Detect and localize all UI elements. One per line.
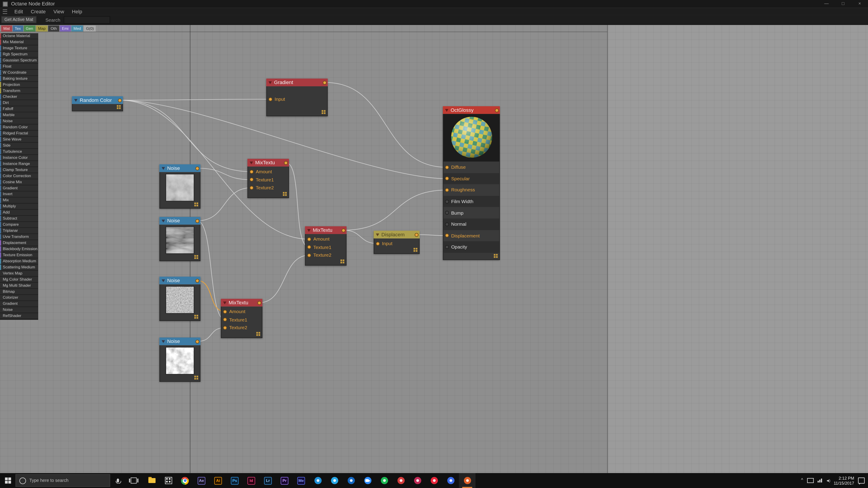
palette-item-bitmap[interactable]: Bitmap xyxy=(0,289,38,294)
node-header-noise1[interactable]: Noise xyxy=(159,164,200,172)
input-pin-mix3-amount[interactable] xyxy=(223,310,227,314)
palette-item-triplanar[interactable]: Triplanar xyxy=(0,228,38,233)
palette-item-instance-range[interactable]: Instance Range xyxy=(0,161,38,166)
node-resize-handle[interactable] xyxy=(256,332,260,336)
collapse-triangle-icon[interactable] xyxy=(74,99,78,101)
close-button[interactable]: × xyxy=(851,0,868,8)
palette-item-image-texture[interactable]: Image Texture xyxy=(0,45,38,51)
node-header-octglossy[interactable]: OctGlossy xyxy=(443,106,500,114)
palette-item-octane-material[interactable]: Octane Material xyxy=(0,33,38,39)
node-displacement[interactable]: DisplacemInput xyxy=(374,231,420,254)
collapse-triangle-icon[interactable] xyxy=(223,301,226,304)
collapse-triangle-icon[interactable] xyxy=(162,279,165,282)
chrome-icon[interactable] xyxy=(177,473,193,488)
collapse-triangle-icon[interactable] xyxy=(269,81,272,84)
palette-item-displacement[interactable]: Displacement xyxy=(0,240,38,246)
calculator-icon[interactable] xyxy=(160,473,177,488)
palette-item-turbulence[interactable]: Turbulence xyxy=(0,149,38,154)
palette-item-transform[interactable]: Transform xyxy=(0,88,38,93)
node-resize-handle[interactable] xyxy=(194,376,198,380)
node-header-noise3[interactable]: Noise xyxy=(159,276,200,284)
file-explorer-icon[interactable] xyxy=(143,473,160,488)
network-icon[interactable] xyxy=(817,479,822,482)
node-octglossy[interactable]: OctGlossyDiffuseSpecularRoughnessFilm Wi… xyxy=(443,106,500,260)
palette-item-projection[interactable]: Projection xyxy=(0,82,38,87)
input-pin-gradient-input[interactable] xyxy=(269,97,272,101)
input-pin-mix3-texture2[interactable] xyxy=(223,326,227,330)
input-pin-mix1-texture2[interactable] xyxy=(250,186,253,190)
premiere-icon[interactable]: Pr xyxy=(276,473,293,488)
canvas-right-panel[interactable] xyxy=(608,24,868,473)
palette-item-clamp-texture[interactable]: Clamp Texture xyxy=(0,167,38,173)
output-pin-noise3-out[interactable] xyxy=(195,279,199,283)
volume-icon[interactable]: ◄) xyxy=(826,479,830,482)
input-pin-mix2-amount[interactable] xyxy=(307,237,311,241)
menu-help[interactable]: Help xyxy=(68,8,86,14)
input-pin-mix2-texture1[interactable] xyxy=(307,246,311,249)
input-pin-octglossy-displacement[interactable] xyxy=(445,234,449,237)
input-pin-octglossy-opacity[interactable] xyxy=(445,245,449,249)
palette-item-random-color[interactable]: Random Color xyxy=(0,125,38,130)
palette-item-vertex-map[interactable]: Vertex Map xyxy=(0,271,38,276)
node-resize-handle[interactable] xyxy=(117,105,121,109)
input-pin-octglossy-film-width[interactable] xyxy=(445,199,449,203)
input-pin-mix2-texture2[interactable] xyxy=(307,253,311,257)
illustrator-icon[interactable]: Ai xyxy=(210,473,226,488)
node-resize-handle[interactable] xyxy=(194,255,198,259)
palette-item-gradient[interactable]: Gradient xyxy=(0,301,38,306)
palette-item-sine-wave[interactable]: Sine Wave xyxy=(0,137,38,142)
collapse-triangle-icon[interactable] xyxy=(376,233,379,236)
node-noise2[interactable]: Noise xyxy=(159,217,200,261)
output-pin-displacement-out[interactable] xyxy=(414,233,418,236)
node-header-noise2[interactable]: Noise xyxy=(159,217,200,225)
photoshop-icon[interactable]: Ps xyxy=(226,473,243,488)
filter-tab-emi[interactable]: Emi xyxy=(60,26,71,32)
node-resize-handle[interactable] xyxy=(322,110,326,114)
palette-item-side[interactable]: Side xyxy=(0,143,38,148)
input-pin-mix1-texture1[interactable] xyxy=(250,178,253,182)
collapse-triangle-icon[interactable] xyxy=(162,340,165,343)
lightroom-icon[interactable]: Lr xyxy=(260,473,276,488)
filter-tab-gen[interactable]: Gen xyxy=(24,26,35,32)
node-resize-handle[interactable] xyxy=(413,248,417,252)
palette-item-noise[interactable]: Noise xyxy=(0,119,38,124)
menu-icon[interactable] xyxy=(3,9,7,13)
filter-tab-oth[interactable]: Oth xyxy=(49,26,59,32)
node-header-mix3[interactable]: MixTextu xyxy=(221,299,262,306)
collapse-triangle-icon[interactable] xyxy=(162,167,165,169)
palette-item-gradient[interactable]: Gradient xyxy=(0,185,38,191)
node-mix3[interactable]: MixTextuAmountTexture1Texture2 xyxy=(221,299,262,338)
node-random-color[interactable]: Random Color xyxy=(72,96,123,111)
input-pin-octglossy-roughness[interactable] xyxy=(445,188,449,192)
collapse-triangle-icon[interactable] xyxy=(445,109,448,111)
palette-item-cosine-mix[interactable]: Cosine Mix xyxy=(0,179,38,185)
palette-item-gaussian-spectrum[interactable]: Gaussian Spectrum xyxy=(0,58,38,63)
output-pin-noise1-out[interactable] xyxy=(195,166,199,170)
palette-item-mix-material[interactable]: Mix Material xyxy=(0,39,38,45)
palette-item-baking-texture[interactable]: Baking texture xyxy=(0,76,38,81)
filter-tab-med[interactable]: Med xyxy=(71,26,83,32)
output-pin-random-color-out[interactable] xyxy=(118,98,122,102)
input-pin-octglossy-normal[interactable] xyxy=(445,222,449,226)
palette-item-checker[interactable]: Checker xyxy=(0,94,38,99)
taskbar-clock[interactable]: 2:12 PM 11/15/2017 xyxy=(834,476,854,486)
node-resize-handle[interactable] xyxy=(194,315,198,319)
palette-item-invert[interactable]: Invert xyxy=(0,191,38,197)
edge-icon[interactable] xyxy=(309,473,326,488)
opera-icon[interactable] xyxy=(426,473,442,488)
palette-item-mix[interactable]: Mix xyxy=(0,197,38,203)
palette-item-instance-color[interactable]: Instance Color xyxy=(0,155,38,160)
minimize-button[interactable]: — xyxy=(818,0,835,8)
node-gradient[interactable]: GradientInput xyxy=(266,78,328,116)
taskbar-search[interactable]: Type here to search xyxy=(16,474,110,487)
node-header-random-color[interactable]: Random Color xyxy=(72,96,123,104)
palette-item-marble[interactable]: Marble xyxy=(0,112,38,118)
node-resize-handle[interactable] xyxy=(340,260,344,263)
menu-view[interactable]: View xyxy=(50,8,68,14)
discord-icon[interactable] xyxy=(442,473,459,488)
input-pin-mix1-amount[interactable] xyxy=(250,170,253,173)
indesign-icon[interactable]: Id xyxy=(243,473,259,488)
hidden-icons-chevron[interactable]: ^ xyxy=(801,477,803,482)
filter-tab-tex[interactable]: Tex xyxy=(13,26,23,32)
task-view-button[interactable] xyxy=(126,473,141,488)
